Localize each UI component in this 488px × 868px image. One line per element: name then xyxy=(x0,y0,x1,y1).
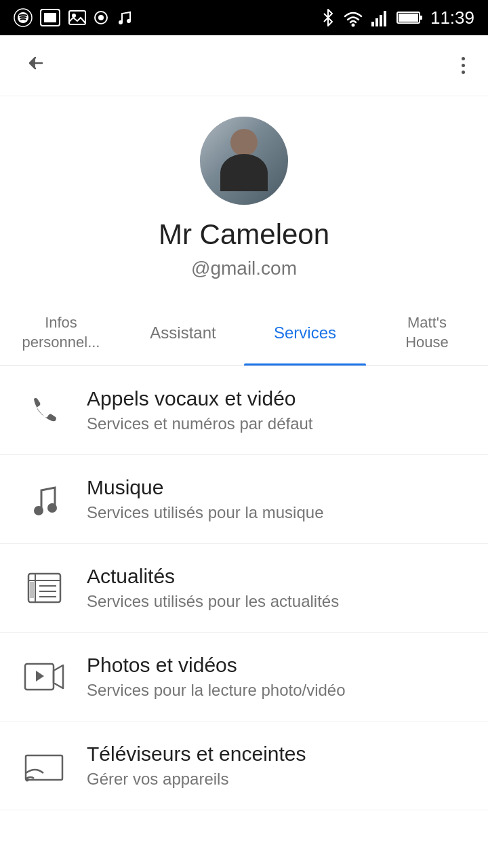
battery-icon xyxy=(396,10,424,25)
service-tv[interactable]: Téléviseurs et enceintes Gérer vos appar… xyxy=(0,722,488,810)
clock: 11:39 xyxy=(430,7,474,28)
avatar-image xyxy=(200,117,288,205)
phone-icon xyxy=(20,387,68,434)
status-bar: 11:39 xyxy=(0,0,488,35)
svg-rect-4 xyxy=(69,11,85,24)
tab-services[interactable]: Services xyxy=(244,300,366,366)
svg-point-8 xyxy=(119,20,123,24)
svg-rect-12 xyxy=(375,18,378,26)
svg-point-31 xyxy=(26,778,29,782)
image-icon xyxy=(68,8,87,27)
service-photos-subtitle: Services pour la lecture photo/vidéo xyxy=(87,681,346,700)
cast-icon xyxy=(20,742,68,789)
back-button[interactable] xyxy=(16,43,57,89)
svg-point-10 xyxy=(351,24,354,27)
svg-point-5 xyxy=(72,14,76,18)
tab-infos[interactable]: Infos personnel... xyxy=(0,300,122,366)
svg-rect-17 xyxy=(420,16,422,20)
service-photos-title: Photos et vidéos xyxy=(87,654,346,677)
service-music-text: Musique Services utilisés pour la musiqu… xyxy=(87,476,324,522)
profile-email: @gmail.com xyxy=(191,258,297,279)
svg-point-18 xyxy=(34,506,43,515)
service-news[interactable]: Actualités Services utilisés pour les ac… xyxy=(0,544,488,633)
service-news-text: Actualités Services utilisés pour les ac… xyxy=(87,565,339,611)
service-news-title: Actualités xyxy=(87,565,339,588)
signal-icon xyxy=(371,8,390,27)
service-tv-text: Téléviseurs et enceintes Gérer vos appar… xyxy=(87,743,306,789)
service-tv-subtitle: Gérer vos appareils xyxy=(87,770,306,789)
news-icon xyxy=(20,564,68,612)
service-photos-text: Photos et vidéos Services pour la lectur… xyxy=(87,654,346,700)
svg-rect-30 xyxy=(26,755,62,780)
video-icon xyxy=(20,653,68,701)
services-list: Appels vocaux et vidéo Services et numér… xyxy=(0,366,488,810)
service-calls-subtitle: Services et numéros par défaut xyxy=(87,414,313,433)
service-news-subtitle: Services utilisés pour les actualités xyxy=(87,592,339,611)
service-calls[interactable]: Appels vocaux et vidéo Services et numér… xyxy=(0,366,488,455)
svg-rect-14 xyxy=(384,11,386,26)
svg-rect-11 xyxy=(371,22,374,26)
top-nav xyxy=(0,35,488,96)
svg-point-19 xyxy=(47,503,57,513)
music-icon xyxy=(20,475,68,523)
svg-rect-13 xyxy=(380,15,382,26)
tab-mattshouse[interactable]: Matt's House xyxy=(366,300,488,366)
service-calls-text: Appels vocaux et vidéo Services et numér… xyxy=(87,387,313,433)
avatar xyxy=(200,117,288,205)
service-music-title: Musique xyxy=(87,476,324,499)
service-calls-title: Appels vocaux et vidéo xyxy=(87,387,313,410)
status-icons-left xyxy=(14,8,134,27)
svg-rect-16 xyxy=(399,14,418,22)
status-icons-right: 11:39 xyxy=(321,7,474,28)
more-options-button[interactable] xyxy=(455,50,472,81)
service-music[interactable]: Musique Services utilisés pour la musiqu… xyxy=(0,455,488,544)
tab-assistant[interactable]: Assistant xyxy=(122,300,244,366)
svg-marker-28 xyxy=(54,665,63,688)
wifi-icon xyxy=(342,8,364,27)
svg-rect-26 xyxy=(30,582,34,598)
service-photos[interactable]: Photos et vidéos Services pour la lectur… xyxy=(0,633,488,722)
svg-rect-3 xyxy=(44,13,56,22)
music-status-icon xyxy=(115,8,134,27)
profile-name: Mr Cameleon xyxy=(159,218,329,251)
svg-point-7 xyxy=(98,15,104,20)
tabs-container: Infos personnel... Assistant Services Ma… xyxy=(0,300,488,366)
audio-icon xyxy=(94,8,108,27)
box-icon xyxy=(39,8,61,27)
svg-point-9 xyxy=(127,19,131,23)
bluetooth-icon xyxy=(321,8,336,27)
spotify-icon xyxy=(14,8,33,27)
service-tv-title: Téléviseurs et enceintes xyxy=(87,743,306,766)
profile-section: Mr Cameleon @gmail.com xyxy=(0,96,488,293)
svg-marker-29 xyxy=(36,671,44,682)
service-music-subtitle: Services utilisés pour la musique xyxy=(87,503,324,522)
